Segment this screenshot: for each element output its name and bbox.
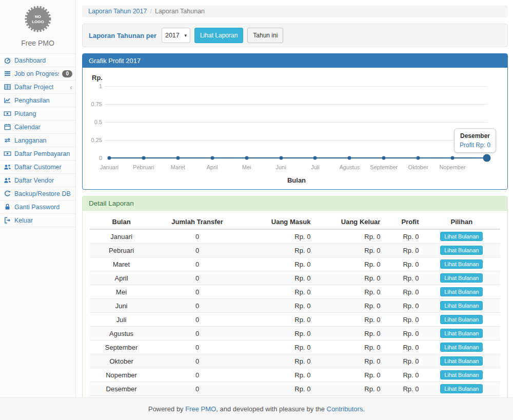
calendar-icon <box>4 123 11 131</box>
sidebar-item-label: Calendar <box>14 124 41 131</box>
free-pmo-link[interactable]: Free PMO <box>185 405 216 413</box>
chart-point-juli[interactable] <box>313 156 317 160</box>
cell-jumlah: 0 <box>153 229 242 244</box>
sidebar-item-penghasilan[interactable]: Penghasilan <box>0 94 75 107</box>
sidebar-item-label: Daftar Project <box>14 84 53 91</box>
table-row: Januari0Rp. 0Rp. 0Rp. 0Lihat Bulanan <box>90 229 500 244</box>
cell-keluar: Rp. 0 <box>314 382 384 396</box>
chart-point-oktober[interactable] <box>417 156 420 160</box>
cell-profit: Rp. 0 <box>384 341 423 354</box>
table-row: Juni0Rp. 0Rp. 0Rp. 0Lihat Bulanan <box>90 299 500 313</box>
brand-name: Free PMO <box>0 39 75 47</box>
x-tick-label: Januari <box>100 164 119 170</box>
sidebar-item-dashboard[interactable]: Dashboard <box>0 54 75 67</box>
cell-pilihan: Lihat Bulanan <box>423 257 500 271</box>
lihat-bulanan-button[interactable]: Lihat Bulanan <box>440 356 483 366</box>
sidebar-item-daftar-pembayaran[interactable]: Daftar Pembayaran <box>0 147 75 161</box>
footer-text-middle: , and developed with pleasure by the <box>216 405 326 413</box>
column-header: Uang Keluar <box>314 215 384 229</box>
cell-pilihan: Lihat Bulanan <box>423 229 500 244</box>
breadcrumb: Laporan Tahun 2017/Laporan Tahunan <box>82 5 508 17</box>
gridline <box>105 122 488 123</box>
sidebar-item-label: Daftar Vendor <box>14 177 54 184</box>
cell-masuk: Rp. 0 <box>242 313 314 327</box>
lihat-bulanan-button[interactable]: Lihat Bulanan <box>440 370 483 379</box>
users-icon <box>4 163 11 171</box>
chart-point-januari[interactable] <box>108 156 111 160</box>
chart-point-juni[interactable] <box>279 156 283 160</box>
cell-bulan: Juni <box>90 299 153 313</box>
detail-panel-title: Detail Laporan <box>83 196 507 211</box>
y-tick-label: 0.5 <box>86 118 102 126</box>
lihat-bulanan-button[interactable]: Lihat Bulanan <box>440 232 483 241</box>
sidebar-item-backup-restore-db[interactable]: Backup/Restore DB <box>0 187 75 201</box>
cell-masuk: Rp. 0 <box>242 382 314 396</box>
lihat-bulanan-button[interactable]: Lihat Bulanan <box>440 343 483 352</box>
cell-jumlah: 0 <box>153 354 242 368</box>
cell-profit: Rp. 0 <box>384 299 423 313</box>
lihat-bulanan-button[interactable]: Lihat Bulanan <box>440 329 483 338</box>
lihat-bulanan-button[interactable]: Lihat Bulanan <box>440 301 483 310</box>
profit-line <box>109 157 487 158</box>
table-row: Juli0Rp. 0Rp. 0Rp. 0Lihat Bulanan <box>90 313 500 327</box>
cell-masuk: Rp. 0 <box>242 229 314 244</box>
sidebar-menu: DashboardJob on Progress0Daftar Project‹… <box>0 53 75 227</box>
lihat-laporan-button[interactable]: Lihat Laporan <box>194 28 243 43</box>
cell-keluar: Rp. 0 <box>314 313 384 327</box>
tooltip-value: Profit Rp: 0 <box>460 141 490 150</box>
x-tick-label: April <box>207 164 218 170</box>
lihat-bulanan-button[interactable]: Lihat Bulanan <box>440 315 483 324</box>
x-tick-label: Juni <box>275 164 286 170</box>
chart-point-april[interactable] <box>210 156 214 160</box>
breadcrumb-link[interactable]: Laporan Tahun 2017 <box>88 8 147 15</box>
sidebar-item-daftar-project[interactable]: Daftar Project‹ <box>0 81 75 94</box>
chart-point-pebruari[interactable] <box>142 156 145 160</box>
lihat-bulanan-button[interactable]: Lihat Bulanan <box>440 273 483 283</box>
page: NO LOGO Free PMO DashboardJob on Progres… <box>0 0 513 397</box>
sidebar-item-daftar-customer[interactable]: Daftar Customer <box>0 161 75 174</box>
cell-bulan: Mei <box>90 285 153 299</box>
sidebar-item-langganan[interactable]: Langganan <box>0 134 75 147</box>
chart-point-agustus[interactable] <box>348 156 351 160</box>
lihat-bulanan-button[interactable]: Lihat Bulanan <box>440 287 483 296</box>
cell-bulan: April <box>90 271 153 285</box>
lihat-bulanan-button[interactable]: Lihat Bulanan <box>440 259 483 269</box>
chart-panel: Grafik Profit 2017 Rp. Desember Profit R… <box>82 53 508 190</box>
chart-point-maret[interactable] <box>176 156 180 160</box>
cell-keluar: Rp. 0 <box>314 341 384 354</box>
profit-chart: Rp. Desember Profit Rp: 0 10.750.50.250 … <box>83 68 507 189</box>
chart-point-desember[interactable] <box>483 154 491 162</box>
chart-point-mei[interactable] <box>245 156 248 160</box>
cell-jumlah: 0 <box>153 341 242 354</box>
dashboard-icon <box>4 56 11 64</box>
cell-profit: Rp. 0 <box>384 257 423 271</box>
chart-point-nopember[interactable] <box>451 156 455 160</box>
sidebar-item-label: Piutang <box>14 110 36 117</box>
contributors-link[interactable]: Contributors <box>327 405 363 413</box>
sidebar-item-label: Dashboard <box>14 57 46 64</box>
cell-bulan: Maret <box>90 257 153 271</box>
y-tick-label: 0.25 <box>86 136 102 144</box>
lihat-bulanan-button[interactable]: Lihat Bulanan <box>440 246 483 255</box>
year-select[interactable]: 2017 ▾ <box>162 28 190 43</box>
sidebar-item-calendar[interactable]: Calendar <box>0 121 75 134</box>
detail-table: BulanJumlah TransferUang MasukUang Kelua… <box>90 215 500 397</box>
x-tick-label: Oktober <box>408 164 428 170</box>
sidebar-item-piutang[interactable]: Piutang <box>0 107 75 121</box>
svg-text:LOGO: LOGO <box>32 19 44 24</box>
sidebar-item-job-on-progress[interactable]: Job on Progress0 <box>0 67 75 81</box>
lihat-bulanan-button[interactable]: Lihat Bulanan <box>440 384 483 393</box>
chart-point-september[interactable] <box>382 156 386 160</box>
sidebar-item-keluar[interactable]: Keluar <box>0 214 75 227</box>
cell-pilihan: Lihat Bulanan <box>423 313 500 327</box>
lock-icon <box>4 203 11 211</box>
sidebar-item-daftar-vendor[interactable]: Daftar Vendor <box>0 174 75 187</box>
sidebar-item-ganti-password[interactable]: Ganti Password <box>0 201 75 214</box>
money-icon <box>4 110 11 117</box>
sidebar-item-label: Penghasilan <box>14 97 50 104</box>
cell-pilihan: Lihat Bulanan <box>423 285 500 299</box>
tahun-ini-button[interactable]: Tahun ini <box>247 28 283 43</box>
gridline <box>105 86 488 87</box>
sidebar-item-label: Daftar Pembayaran <box>14 150 70 157</box>
cell-masuk: Rp. 0 <box>242 354 314 368</box>
